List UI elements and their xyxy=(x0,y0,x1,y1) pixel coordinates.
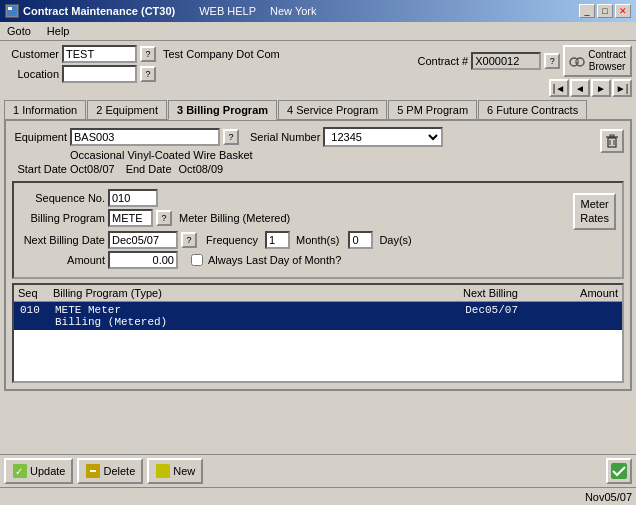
trash-icon xyxy=(604,133,620,149)
company-name: Test Company Dot Com xyxy=(163,48,280,60)
maximize-button[interactable]: □ xyxy=(597,4,613,18)
billing-program-lookup-button[interactable]: ? xyxy=(156,210,172,226)
nav-last-button[interactable]: ►| xyxy=(612,79,632,97)
customer-label: Customer xyxy=(4,48,59,60)
status-bar: Nov05/07 xyxy=(0,487,636,505)
update-icon: ✓ xyxy=(12,463,28,479)
contract-browser-button[interactable]: ContractBrowser xyxy=(563,45,632,77)
svg-rect-7 xyxy=(610,135,614,137)
delete-button[interactable]: Delete xyxy=(77,458,143,484)
equipment-lookup-button[interactable]: ? xyxy=(223,129,239,145)
next-billing-label: Next Billing Date xyxy=(20,234,105,246)
serial-label: Serial Number xyxy=(250,131,320,143)
title-bar: Contract Maintenance (CT30) WEB HELP New… xyxy=(0,0,636,22)
minimize-button[interactable]: _ xyxy=(579,4,595,18)
seq-no-input[interactable] xyxy=(108,189,158,207)
close-button[interactable]: ✕ xyxy=(615,4,631,18)
grid-header: Seq Billing Program (Type) Next Billing … xyxy=(14,285,622,302)
customer-lookup-button[interactable]: ? xyxy=(140,46,156,62)
row-seq: 010 xyxy=(18,303,53,329)
nav-first-button[interactable]: |◄ xyxy=(549,79,569,97)
svg-text:✓: ✓ xyxy=(15,466,23,477)
action-buttons: ✓ Update Delete xyxy=(4,458,203,484)
menu-help[interactable]: Help xyxy=(44,24,73,38)
new-label: New xyxy=(173,465,195,477)
checkmark-icon xyxy=(610,462,628,480)
end-date-label: End Date xyxy=(126,163,172,175)
contract-number-input[interactable] xyxy=(471,52,541,70)
amount-label: Amount xyxy=(20,254,105,266)
update-label: Update xyxy=(30,465,65,477)
col-program: Billing Program (Type) xyxy=(53,287,173,299)
bottom-bar: ✓ Update Delete xyxy=(0,454,636,487)
location-label: New York xyxy=(270,5,316,17)
col-seq: Seq xyxy=(18,287,53,299)
svg-rect-13 xyxy=(90,470,96,472)
menu-bar: Goto Help xyxy=(0,22,636,41)
days-value-input[interactable] xyxy=(348,231,373,249)
days-label: Day(s) xyxy=(379,234,411,246)
new-icon xyxy=(155,463,171,479)
location-field-label: Location xyxy=(4,68,59,80)
billing-program-label: Billing Program xyxy=(20,212,105,224)
last-day-label: Always Last Day of Month? xyxy=(208,254,341,266)
contract-lookup-button[interactable]: ? xyxy=(544,53,560,69)
freq-label: Frequency xyxy=(206,234,258,246)
start-date-value: Oct08/07 xyxy=(70,163,115,175)
meter-rates-button[interactable]: MeterRates xyxy=(573,193,616,230)
tab-information[interactable]: 1 Information xyxy=(4,100,86,120)
tab-pm[interactable]: 5 PM Program xyxy=(388,100,477,120)
next-billing-btn[interactable]: ? xyxy=(181,232,197,248)
contract-label: Contract # xyxy=(417,55,468,67)
tab-billing[interactable]: 3 Billing Program xyxy=(168,100,277,120)
months-label: Month(s) xyxy=(296,234,339,246)
last-day-checkbox[interactable] xyxy=(191,254,203,266)
svg-rect-1 xyxy=(8,7,12,10)
confirm-button[interactable] xyxy=(606,458,632,484)
row-next-billing: Dec05/07 xyxy=(173,303,538,329)
svg-rect-5 xyxy=(608,138,616,147)
freq-value-input[interactable] xyxy=(265,231,290,249)
status-date: Nov05/07 xyxy=(585,491,632,503)
seq-no-label: Sequence No. xyxy=(20,192,105,204)
billing-program-name: Meter Billing (Metered) xyxy=(179,212,290,224)
amount-input[interactable] xyxy=(108,251,178,269)
tab-service[interactable]: 4 Service Program xyxy=(278,100,387,120)
col-amount: Amount xyxy=(538,287,618,299)
web-help-label: WEB HELP xyxy=(199,5,256,17)
window-title: Contract Maintenance (CT30) xyxy=(23,5,175,17)
app-icon xyxy=(5,4,19,18)
billing-grid: Seq Billing Program (Type) Next Billing … xyxy=(12,283,624,383)
row-program: METE Meter Billing (Metered) xyxy=(53,303,173,329)
contract-browser-label: ContractBrowser xyxy=(588,49,626,73)
delete-label: Delete xyxy=(103,465,135,477)
delete-icon xyxy=(85,463,101,479)
col-next-billing: Next Billing xyxy=(173,287,538,299)
table-row[interactable]: 010 METE Meter Billing (Metered) Dec05/0… xyxy=(14,302,622,330)
update-button[interactable]: ✓ Update xyxy=(4,458,73,484)
binoculars-icon xyxy=(569,53,585,69)
customer-input[interactable] xyxy=(62,45,137,63)
start-date-label: Start Date xyxy=(12,163,67,175)
equipment-label: Equipment xyxy=(12,131,67,143)
svg-rect-4 xyxy=(576,60,579,62)
delete-equipment-button[interactable] xyxy=(600,129,624,153)
tab-future[interactable]: 6 Future Contracts xyxy=(478,100,587,120)
equipment-input[interactable] xyxy=(70,128,220,146)
new-button[interactable]: New xyxy=(147,458,203,484)
nav-prev-button[interactable]: ◄ xyxy=(570,79,590,97)
row-amount xyxy=(538,303,618,329)
billing-program-code-input[interactable] xyxy=(108,209,153,227)
equipment-description: Occasional Vinyl-Coated Wire Basket xyxy=(70,149,253,161)
location-input[interactable] xyxy=(62,65,137,83)
serial-number-select[interactable]: 12345 xyxy=(323,127,443,147)
end-date-value: Oct08/09 xyxy=(179,163,224,175)
tab-equipment[interactable]: 2 Equipment xyxy=(87,100,167,120)
location-lookup-button[interactable]: ? xyxy=(140,66,156,82)
svg-rect-14 xyxy=(156,464,170,478)
nav-next-button[interactable]: ► xyxy=(591,79,611,97)
next-billing-input[interactable] xyxy=(108,231,178,249)
menu-goto[interactable]: Goto xyxy=(4,24,34,38)
tabs-area: 1 Information 2 Equipment 3 Billing Prog… xyxy=(4,99,632,119)
